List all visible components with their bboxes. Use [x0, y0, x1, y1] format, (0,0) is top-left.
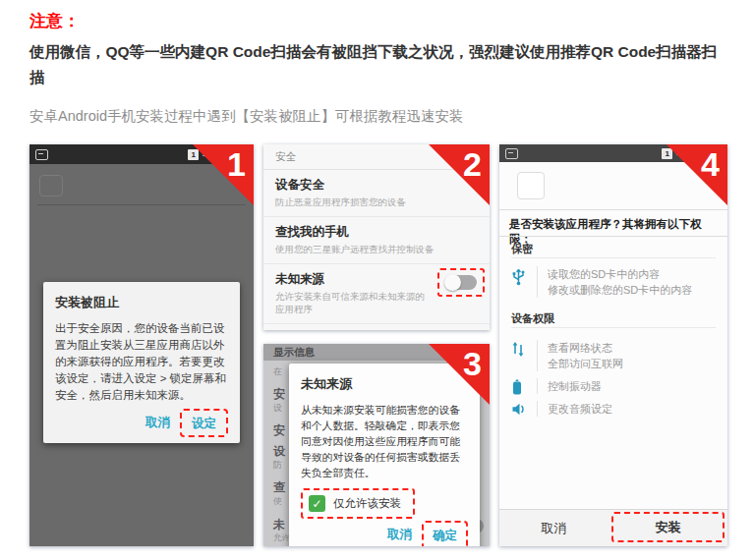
- permission-line: 全部访问互联网: [548, 356, 623, 371]
- vibration-icon: [511, 378, 537, 396]
- settings-highlight-box: 设定: [180, 409, 228, 437]
- install-button[interactable]: 安装: [611, 512, 725, 542]
- divider: [511, 257, 716, 258]
- sd-card-icon: [35, 149, 48, 160]
- note-body: 使用微信，QQ等一些内建QR Code扫描会有被阻挡下载之状况，强烈建议使用推荐…: [29, 39, 731, 90]
- settings-item-unknown-sources[interactable]: 未知来源 允许安装来自可信来源和未知来源的应用程序: [263, 264, 490, 324]
- install-question: 是否安装该应用程序？其将拥有以下权限：: [509, 217, 722, 247]
- toggle-highlight-box: [437, 268, 485, 297]
- dialog-buttons: 取消 设定: [55, 409, 228, 437]
- divider: [499, 209, 727, 210]
- step-number: 3: [463, 344, 482, 383]
- step-number: 2: [463, 144, 482, 184]
- ok-button[interactable]: 确定: [433, 529, 457, 542]
- install-blocked-dialog: 安装被阻止 出于安全原因，您的设备当前已设置为阻止安装从三星应用商店以外的来源获…: [43, 282, 240, 443]
- note-title: 注意：: [29, 10, 80, 32]
- permission-lines: 更改音频设定: [537, 401, 612, 417]
- permission-vibration: 控制振动器: [511, 378, 602, 396]
- permission-lines: 读取您的SD卡中的内容 修改或删除您的SD卡中的内容: [537, 266, 692, 298]
- step-number: 1: [227, 144, 246, 184]
- dialog-body: 从未知来源安装可能损害您的设备和个人数据。轻敲确定，即表示您同意对因使用这些应用…: [301, 402, 468, 480]
- divider: [499, 236, 727, 237]
- dimmed-text: 安: [273, 386, 285, 403]
- sd-card-icon: [505, 148, 518, 159]
- dialog-buttons: 取消 确定: [301, 521, 468, 546]
- checkbox-highlight-box: ✓ 仅允许该安装: [301, 488, 415, 519]
- settings-item-find-my-phone[interactable]: 查找我的手机 使用您的三星账户远程查找并控制设备: [263, 217, 490, 264]
- dialog-title: 安装被阻止: [55, 294, 228, 311]
- dimmed-text: 设: [273, 402, 282, 415]
- section-label-device: 设备权限: [511, 311, 554, 326]
- permission-storage: 读取您的SD卡中的内容 修改或删除您的SD卡中的内容: [511, 266, 692, 298]
- divider: [511, 327, 716, 328]
- permission-line: 更改音频设定: [548, 401, 612, 417]
- network-icon: [511, 340, 537, 358]
- permission-line: 读取您的SD卡中的内容: [548, 266, 692, 282]
- app-icon-placeholder: [517, 172, 545, 199]
- usb-icon: [511, 266, 537, 286]
- permission-line: 控制振动器: [548, 378, 602, 394]
- permission-line: 修改或删除您的SD卡中的内容: [548, 282, 692, 298]
- dimmed-text: 防: [273, 459, 282, 472]
- app-icon-placeholder: [39, 175, 63, 196]
- unknown-sources-toggle[interactable]: [445, 275, 477, 290]
- allow-once-checkbox[interactable]: ✓: [309, 495, 325, 512]
- permission-line: 查看网络状态: [548, 340, 623, 356]
- item-subtitle: 允许安装来自可信来源和未知来源的应用程序: [275, 291, 433, 316]
- permission-audio: 更改音频设定: [511, 401, 612, 417]
- dimmed-text: 在: [273, 365, 282, 378]
- install-button-bar: 取消 安装: [499, 509, 727, 546]
- step-number: 4: [701, 144, 720, 184]
- dimmed-text: 未: [273, 517, 285, 533]
- checkbox-label: 仅允许该安装: [333, 496, 401, 511]
- cancel-button[interactable]: 取消: [138, 410, 178, 436]
- dimmed-text: 查: [273, 479, 285, 496]
- settings-button[interactable]: 设定: [192, 417, 216, 430]
- screenshot-step4: 1 4G 7 是否安装该应用程序？其将拥有以下权限： 保密: [499, 144, 727, 546]
- item-title: 查找我的手机: [275, 224, 478, 241]
- dimmed-text: 设: [273, 443, 285, 460]
- screenshot-step1: 1 4G 7 安装被阻止 出于安全原因，您的设备当前已设置为阻止安装从三星应用商…: [29, 144, 254, 546]
- cancel-button[interactable]: 取消: [379, 522, 420, 546]
- dialog-body: 出于安全原因，您的设备当前已设置为阻止安装从三星应用商店以外的来源获得的应用程序…: [55, 320, 228, 404]
- item-subtitle: 使用您的三星账户远程查找并控制设备: [275, 244, 478, 256]
- permission-network: 查看网络状态 全部访问互联网: [511, 340, 623, 371]
- tutorial-page: 注意： 使用微信，QQ等一些内建QR Code扫描会有被阻挡下载之状况，强烈建议…: [0, 0, 754, 560]
- screenshot-step3: 显示信息 在 安 设 安 设 防 查 使 未 允许安装来自可信来源和未知来源的应…: [263, 344, 490, 546]
- screenshot-step2: 安全 设备安全 防止恶意应用程序损害您的设备 查找我的手机 使用您的三星账户远程…: [263, 144, 490, 330]
- section-label-privacy: 保密: [511, 242, 533, 256]
- dimmed-text: 安: [273, 422, 285, 439]
- subtitle: 安卓Android手机安装过程中遇到【安装被阻止】可根据教程迅速安装: [29, 107, 463, 126]
- audio-icon: [511, 401, 537, 417]
- dimmed-text: 使: [273, 495, 282, 508]
- ok-highlight-box: 确定: [422, 521, 468, 546]
- settings-item-other-security[interactable]: 其他安全设定 更改安全更新和证书存储等其他安全设定: [263, 324, 490, 330]
- permission-lines: 查看网络状态 全部访问互联网: [537, 340, 623, 371]
- cancel-button[interactable]: 取消: [499, 510, 609, 546]
- permission-lines: 控制振动器: [537, 378, 602, 394]
